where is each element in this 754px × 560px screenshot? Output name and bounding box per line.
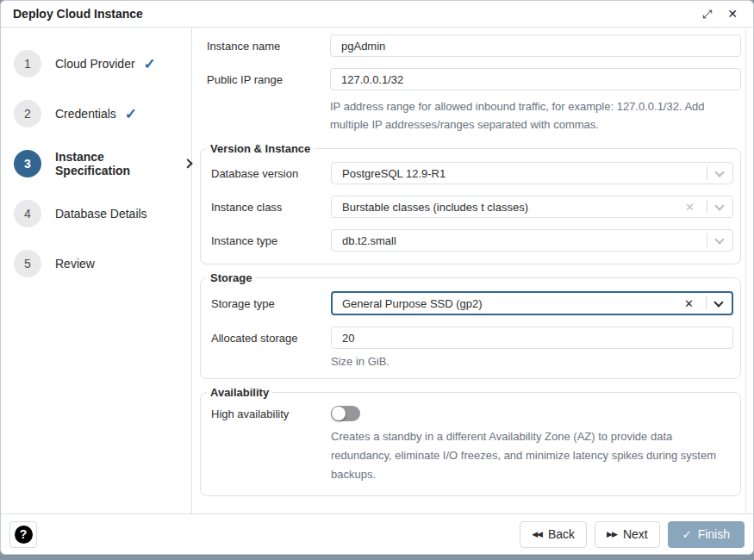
step-label: Database Details <box>55 207 147 221</box>
chevron-down-icon[interactable] <box>714 167 724 177</box>
database-version-value: PostgreSQL 12.9-R1 <box>342 167 701 180</box>
step-credentials[interactable]: 2 Credentials ✓ <box>1 89 191 139</box>
instance-class-value: Burstable classes (includes t classes) <box>342 201 679 214</box>
step-label: Credentials <box>55 107 116 121</box>
high-availability-label: High availability <box>201 408 331 420</box>
chevron-down-icon[interactable] <box>714 201 724 210</box>
chevron-down-icon[interactable] <box>714 234 724 244</box>
scrollbar-track[interactable] <box>745 28 746 513</box>
step-number-badge: 2 <box>14 100 41 128</box>
dialog-footer: ? ◀◀ Back ▶▶ Next ✓ Finish <box>1 513 753 554</box>
instance-class-label: Instance class <box>201 201 331 214</box>
allocated-storage-hint: Size in GiB. <box>331 352 735 370</box>
instance-type-value: db.t2.small <box>342 234 701 247</box>
step-instance-specification[interactable]: 3 Instance Specification <box>1 139 191 189</box>
clear-icon[interactable]: ✕ <box>678 297 700 310</box>
finish-button-label: Finish <box>698 527 730 541</box>
high-availability-toggle[interactable] <box>331 406 360 421</box>
next-button-label: Next <box>623 527 648 541</box>
finish-check-icon: ✓ <box>682 528 692 541</box>
availability-group: Availability High availability Creates a… <box>200 386 741 496</box>
next-button[interactable]: ▶▶ Next <box>595 521 660 548</box>
dialog-body: 1 Cloud Provider ✓ 2 Credentials ✓ 3 Ins… <box>1 28 753 513</box>
instance-class-select[interactable]: Burstable classes (includes t classes) ✕ <box>331 196 733 218</box>
version-and-instance-legend: Version & Instance <box>207 142 314 155</box>
deploy-cloud-instance-dialog: Deploy Cloud Instance ⤢ ✕ 1 Cloud Provid… <box>0 0 754 555</box>
step-label: Instance Specification <box>55 150 174 177</box>
finish-button[interactable]: ✓ Finish <box>668 521 745 548</box>
storage-type-label: Storage type <box>201 297 331 310</box>
step-number-badge: 5 <box>14 250 41 277</box>
instance-name-input[interactable] <box>330 34 741 57</box>
dialog-titlebar: Deploy Cloud Instance ⤢ ✕ <box>1 1 753 28</box>
allocated-storage-label: Allocated storage <box>201 332 331 345</box>
availability-legend: Availability <box>207 386 272 399</box>
instance-type-label: Instance type <box>201 234 331 247</box>
step-done-check-icon: ✓ <box>144 57 156 72</box>
step-database-details[interactable]: 4 Database Details <box>1 189 191 239</box>
public-ip-range-label: Public IP range <box>196 73 330 86</box>
storage-type-select[interactable]: General Purpose SSD (gp2) ✕ <box>331 291 733 315</box>
database-version-label: Database version <box>201 167 331 180</box>
public-ip-range-input[interactable] <box>330 68 741 90</box>
back-arrows-icon: ◀◀ <box>532 530 542 538</box>
chevron-down-icon[interactable] <box>713 297 723 307</box>
instance-specification-form: Instance name Public IP range IP address… <box>192 28 753 513</box>
high-availability-hint: Creates a standby in a different Availab… <box>331 427 735 484</box>
allocated-storage-input[interactable] <box>331 327 733 349</box>
close-icon[interactable]: ✕ <box>724 6 741 22</box>
next-arrows-icon: ▶▶ <box>607 530 617 538</box>
step-review[interactable]: 5 Review <box>1 239 191 289</box>
dialog-title: Deploy Cloud Instance <box>13 7 690 21</box>
storage-type-value: General Purpose SSD (gp2) <box>342 297 678 310</box>
instance-name-label: Instance name <box>196 40 330 53</box>
version-and-instance-group: Version & Instance Database version Post… <box>200 142 741 264</box>
help-icon: ? <box>15 526 33 544</box>
storage-legend: Storage <box>207 271 255 284</box>
clear-icon[interactable]: ✕ <box>679 201 701 214</box>
step-label: Cloud Provider <box>55 57 135 71</box>
instance-type-select[interactable]: db.t2.small <box>331 229 733 252</box>
wizard-steps-sidebar: 1 Cloud Provider ✓ 2 Credentials ✓ 3 Ins… <box>1 28 192 513</box>
storage-group: Storage Storage type General Purpose SSD… <box>200 271 741 379</box>
step-number-badge: 1 <box>14 50 41 78</box>
maximize-icon[interactable]: ⤢ <box>699 6 715 22</box>
step-label: Review <box>55 257 95 271</box>
step-done-check-icon: ✓ <box>125 107 137 121</box>
step-cloud-provider[interactable]: 1 Cloud Provider ✓ <box>1 39 191 89</box>
toggle-knob <box>332 407 346 420</box>
back-button-label: Back <box>548 527 575 541</box>
database-version-select[interactable]: PostgreSQL 12.9-R1 <box>331 162 733 184</box>
public-ip-range-hint: IP address range for allowed inbound tra… <box>330 97 743 134</box>
step-number-badge: 3 <box>14 150 41 177</box>
help-button[interactable]: ? <box>9 521 37 548</box>
back-button[interactable]: ◀◀ Back <box>520 521 587 548</box>
step-number-badge: 4 <box>14 200 41 227</box>
